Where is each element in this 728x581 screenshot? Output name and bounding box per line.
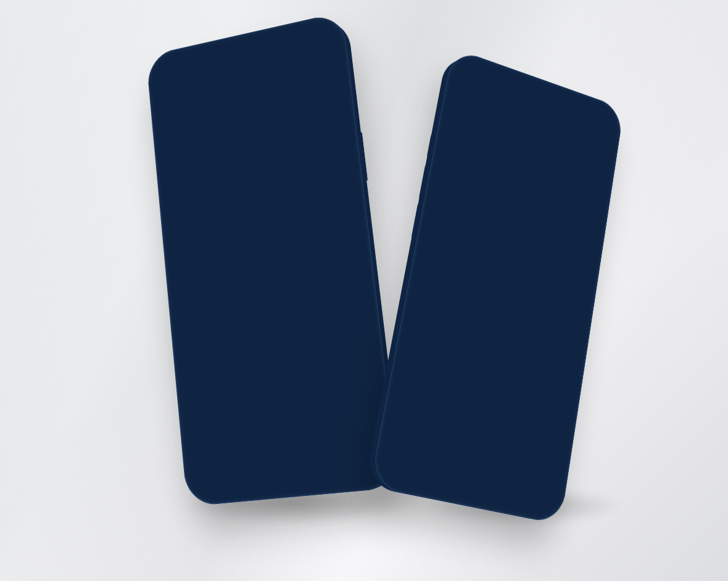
phone-sort: 2:41 Sort By Best MatchTime: ending soon…	[369, 48, 624, 525]
phone-filter: 2:41 Filter Search Price Range	[146, 12, 399, 506]
